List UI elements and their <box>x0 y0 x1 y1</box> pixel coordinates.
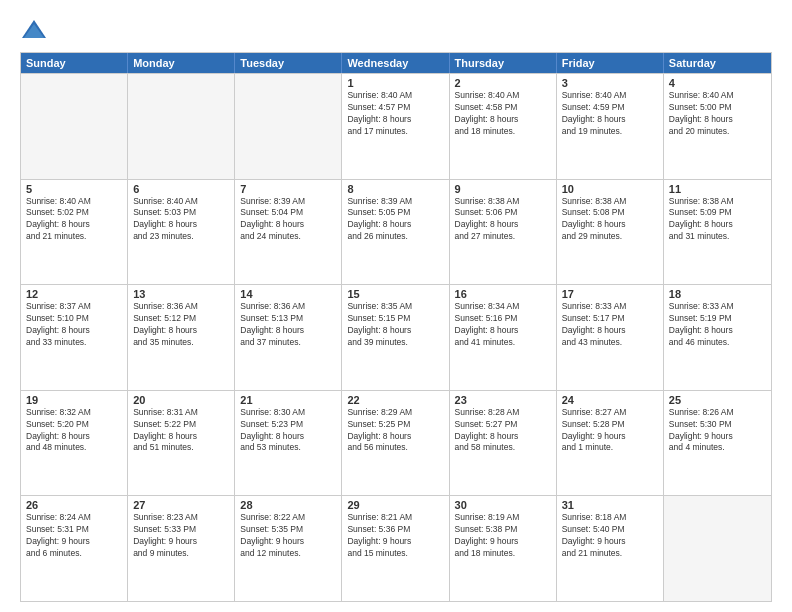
day-cell-19: 19Sunrise: 8:32 AM Sunset: 5:20 PM Dayli… <box>21 391 128 496</box>
week-row-4: 19Sunrise: 8:32 AM Sunset: 5:20 PM Dayli… <box>21 390 771 496</box>
day-info: Sunrise: 8:39 AM Sunset: 5:05 PM Dayligh… <box>347 196 443 244</box>
week-row-1: 1Sunrise: 8:40 AM Sunset: 4:57 PM Daylig… <box>21 73 771 179</box>
day-number: 18 <box>669 288 766 300</box>
day-info: Sunrise: 8:33 AM Sunset: 5:19 PM Dayligh… <box>669 301 766 349</box>
day-cell-7: 7Sunrise: 8:39 AM Sunset: 5:04 PM Daylig… <box>235 180 342 285</box>
day-info: Sunrise: 8:28 AM Sunset: 5:27 PM Dayligh… <box>455 407 551 455</box>
day-cell-18: 18Sunrise: 8:33 AM Sunset: 5:19 PM Dayli… <box>664 285 771 390</box>
header-cell-friday: Friday <box>557 53 664 73</box>
day-cell-14: 14Sunrise: 8:36 AM Sunset: 5:13 PM Dayli… <box>235 285 342 390</box>
day-cell-11: 11Sunrise: 8:38 AM Sunset: 5:09 PM Dayli… <box>664 180 771 285</box>
header-cell-saturday: Saturday <box>664 53 771 73</box>
day-info: Sunrise: 8:31 AM Sunset: 5:22 PM Dayligh… <box>133 407 229 455</box>
empty-cell <box>235 74 342 179</box>
day-number: 13 <box>133 288 229 300</box>
day-info: Sunrise: 8:24 AM Sunset: 5:31 PM Dayligh… <box>26 512 122 560</box>
day-number: 31 <box>562 499 658 511</box>
day-info: Sunrise: 8:19 AM Sunset: 5:38 PM Dayligh… <box>455 512 551 560</box>
day-cell-13: 13Sunrise: 8:36 AM Sunset: 5:12 PM Dayli… <box>128 285 235 390</box>
day-cell-30: 30Sunrise: 8:19 AM Sunset: 5:38 PM Dayli… <box>450 496 557 601</box>
day-number: 17 <box>562 288 658 300</box>
day-info: Sunrise: 8:40 AM Sunset: 5:02 PM Dayligh… <box>26 196 122 244</box>
day-cell-17: 17Sunrise: 8:33 AM Sunset: 5:17 PM Dayli… <box>557 285 664 390</box>
day-number: 30 <box>455 499 551 511</box>
day-number: 21 <box>240 394 336 406</box>
day-info: Sunrise: 8:38 AM Sunset: 5:08 PM Dayligh… <box>562 196 658 244</box>
day-info: Sunrise: 8:26 AM Sunset: 5:30 PM Dayligh… <box>669 407 766 455</box>
day-info: Sunrise: 8:40 AM Sunset: 5:03 PM Dayligh… <box>133 196 229 244</box>
day-cell-3: 3Sunrise: 8:40 AM Sunset: 4:59 PM Daylig… <box>557 74 664 179</box>
day-number: 24 <box>562 394 658 406</box>
day-cell-1: 1Sunrise: 8:40 AM Sunset: 4:57 PM Daylig… <box>342 74 449 179</box>
day-cell-2: 2Sunrise: 8:40 AM Sunset: 4:58 PM Daylig… <box>450 74 557 179</box>
day-number: 19 <box>26 394 122 406</box>
day-cell-5: 5Sunrise: 8:40 AM Sunset: 5:02 PM Daylig… <box>21 180 128 285</box>
day-number: 11 <box>669 183 766 195</box>
day-info: Sunrise: 8:33 AM Sunset: 5:17 PM Dayligh… <box>562 301 658 349</box>
day-cell-16: 16Sunrise: 8:34 AM Sunset: 5:16 PM Dayli… <box>450 285 557 390</box>
day-info: Sunrise: 8:40 AM Sunset: 4:59 PM Dayligh… <box>562 90 658 138</box>
day-info: Sunrise: 8:37 AM Sunset: 5:10 PM Dayligh… <box>26 301 122 349</box>
day-info: Sunrise: 8:38 AM Sunset: 5:06 PM Dayligh… <box>455 196 551 244</box>
week-row-5: 26Sunrise: 8:24 AM Sunset: 5:31 PM Dayli… <box>21 495 771 601</box>
day-cell-26: 26Sunrise: 8:24 AM Sunset: 5:31 PM Dayli… <box>21 496 128 601</box>
day-info: Sunrise: 8:40 AM Sunset: 4:57 PM Dayligh… <box>347 90 443 138</box>
day-cell-4: 4Sunrise: 8:40 AM Sunset: 5:00 PM Daylig… <box>664 74 771 179</box>
calendar-header-row: SundayMondayTuesdayWednesdayThursdayFrid… <box>21 53 771 73</box>
page: SundayMondayTuesdayWednesdayThursdayFrid… <box>0 0 792 612</box>
day-cell-23: 23Sunrise: 8:28 AM Sunset: 5:27 PM Dayli… <box>450 391 557 496</box>
day-number: 25 <box>669 394 766 406</box>
day-number: 9 <box>455 183 551 195</box>
logo <box>20 16 52 44</box>
header-cell-tuesday: Tuesday <box>235 53 342 73</box>
day-cell-6: 6Sunrise: 8:40 AM Sunset: 5:03 PM Daylig… <box>128 180 235 285</box>
day-cell-22: 22Sunrise: 8:29 AM Sunset: 5:25 PM Dayli… <box>342 391 449 496</box>
day-info: Sunrise: 8:22 AM Sunset: 5:35 PM Dayligh… <box>240 512 336 560</box>
header <box>20 16 772 44</box>
day-cell-24: 24Sunrise: 8:27 AM Sunset: 5:28 PM Dayli… <box>557 391 664 496</box>
week-row-3: 12Sunrise: 8:37 AM Sunset: 5:10 PM Dayli… <box>21 284 771 390</box>
day-info: Sunrise: 8:21 AM Sunset: 5:36 PM Dayligh… <box>347 512 443 560</box>
day-info: Sunrise: 8:32 AM Sunset: 5:20 PM Dayligh… <box>26 407 122 455</box>
day-cell-20: 20Sunrise: 8:31 AM Sunset: 5:22 PM Dayli… <box>128 391 235 496</box>
day-number: 27 <box>133 499 229 511</box>
day-number: 20 <box>133 394 229 406</box>
header-cell-wednesday: Wednesday <box>342 53 449 73</box>
day-number: 16 <box>455 288 551 300</box>
day-cell-10: 10Sunrise: 8:38 AM Sunset: 5:08 PM Dayli… <box>557 180 664 285</box>
day-info: Sunrise: 8:39 AM Sunset: 5:04 PM Dayligh… <box>240 196 336 244</box>
calendar-body: 1Sunrise: 8:40 AM Sunset: 4:57 PM Daylig… <box>21 73 771 601</box>
day-number: 22 <box>347 394 443 406</box>
day-info: Sunrise: 8:18 AM Sunset: 5:40 PM Dayligh… <box>562 512 658 560</box>
day-number: 10 <box>562 183 658 195</box>
day-info: Sunrise: 8:34 AM Sunset: 5:16 PM Dayligh… <box>455 301 551 349</box>
day-cell-28: 28Sunrise: 8:22 AM Sunset: 5:35 PM Dayli… <box>235 496 342 601</box>
day-cell-8: 8Sunrise: 8:39 AM Sunset: 5:05 PM Daylig… <box>342 180 449 285</box>
day-info: Sunrise: 8:36 AM Sunset: 5:13 PM Dayligh… <box>240 301 336 349</box>
day-info: Sunrise: 8:40 AM Sunset: 5:00 PM Dayligh… <box>669 90 766 138</box>
empty-cell <box>21 74 128 179</box>
header-cell-monday: Monday <box>128 53 235 73</box>
day-number: 14 <box>240 288 336 300</box>
calendar: SundayMondayTuesdayWednesdayThursdayFrid… <box>20 52 772 602</box>
day-cell-21: 21Sunrise: 8:30 AM Sunset: 5:23 PM Dayli… <box>235 391 342 496</box>
day-cell-12: 12Sunrise: 8:37 AM Sunset: 5:10 PM Dayli… <box>21 285 128 390</box>
day-number: 4 <box>669 77 766 89</box>
day-number: 28 <box>240 499 336 511</box>
day-info: Sunrise: 8:29 AM Sunset: 5:25 PM Dayligh… <box>347 407 443 455</box>
day-info: Sunrise: 8:36 AM Sunset: 5:12 PM Dayligh… <box>133 301 229 349</box>
day-number: 26 <box>26 499 122 511</box>
day-cell-25: 25Sunrise: 8:26 AM Sunset: 5:30 PM Dayli… <box>664 391 771 496</box>
day-cell-9: 9Sunrise: 8:38 AM Sunset: 5:06 PM Daylig… <box>450 180 557 285</box>
day-number: 8 <box>347 183 443 195</box>
day-info: Sunrise: 8:40 AM Sunset: 4:58 PM Dayligh… <box>455 90 551 138</box>
day-number: 2 <box>455 77 551 89</box>
week-row-2: 5Sunrise: 8:40 AM Sunset: 5:02 PM Daylig… <box>21 179 771 285</box>
day-number: 3 <box>562 77 658 89</box>
day-info: Sunrise: 8:30 AM Sunset: 5:23 PM Dayligh… <box>240 407 336 455</box>
day-number: 5 <box>26 183 122 195</box>
day-info: Sunrise: 8:23 AM Sunset: 5:33 PM Dayligh… <box>133 512 229 560</box>
day-number: 6 <box>133 183 229 195</box>
day-cell-15: 15Sunrise: 8:35 AM Sunset: 5:15 PM Dayli… <box>342 285 449 390</box>
day-number: 12 <box>26 288 122 300</box>
